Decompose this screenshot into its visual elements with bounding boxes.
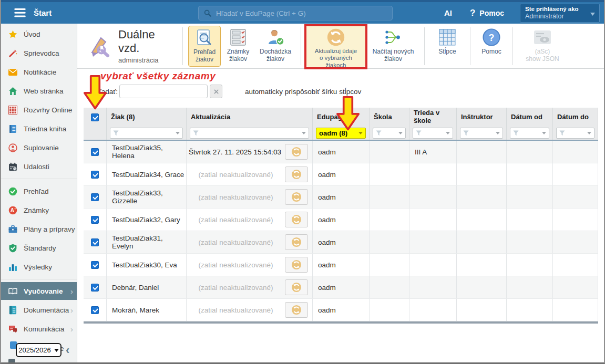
toolbar-button-načítaj-nových-žiakov[interactable]: Načítaj nových žiakov	[367, 26, 419, 67]
row-checkbox[interactable]	[91, 306, 99, 314]
sidebar-item-suplovanie[interactable]: Suplovanie	[1, 138, 77, 157]
school-year-select[interactable]: 2025/2026	[16, 343, 61, 357]
toolbar-button-pomoc[interactable]: ?Pomoc	[476, 26, 507, 67]
sidebar-item-výsledky[interactable]: Výsledky	[1, 257, 77, 276]
cell-ziak: TestDualZiak32, Gary	[107, 209, 187, 231]
sidebar-item-komunikácia[interactable]: Komunikácia›	[1, 319, 77, 338]
funnel-icon	[513, 130, 519, 136]
cell-instr	[457, 231, 507, 253]
account-menu[interactable]: Ste prihlásený ako Administrátor	[520, 4, 600, 23]
funnel-icon	[416, 130, 422, 136]
sidebar-item-štandardy[interactable]: Štandardy	[1, 238, 77, 257]
sidebar-item-prehľad[interactable]: Prehľad	[1, 182, 77, 201]
table-search-input[interactable]	[119, 85, 208, 98]
update-student-button[interactable]	[285, 189, 308, 205]
sidebar-item-vyučovanie[interactable]: Vyučovanie›	[1, 282, 77, 300]
row-checkbox[interactable]	[91, 148, 99, 156]
search-input[interactable]: Hľadať v EduPage (Ctrl + G)	[198, 6, 393, 20]
cell-value: Mokráň, Marek	[112, 306, 159, 314]
column-filter-trieda[interactable]	[413, 128, 453, 139]
row-checkbox[interactable]	[91, 261, 99, 269]
main-area: Duálne vzd. administrácia Prehľad žiakov…	[77, 24, 604, 362]
cell-edu: oadm	[313, 141, 370, 163]
sidebar-item-úvod[interactable]: Úvod	[1, 25, 77, 44]
update-cell: (zatial neaktualizované)	[187, 257, 312, 273]
update-status-text: (zatial neaktualizované)	[187, 261, 285, 269]
row-checkbox[interactable]	[91, 171, 99, 179]
sidebar-item-udalosti[interactable]: Udalosti	[1, 157, 77, 176]
update-student-button[interactable]	[285, 167, 308, 182]
cell-dod	[507, 299, 553, 321]
cell-skola	[370, 231, 409, 253]
chevron-right-icon: ›	[70, 306, 73, 315]
cell-value: TestDualZiak31, Evelyn	[112, 234, 186, 250]
module-toolbar: Duálne vzd. administrácia Prehľad žiakov…	[77, 24, 604, 69]
toolbar-button-dochádzka-žiakov[interactable]: Dochádzka žiakov	[255, 26, 295, 67]
column-header-ddo: Dátum do	[553, 108, 598, 127]
asc-json-icon	[534, 28, 551, 46]
table-bottom-scrollbar[interactable]	[84, 321, 598, 324]
filter-cell-sel	[84, 127, 107, 140]
column-filter-ddo[interactable]	[556, 128, 594, 139]
sidebar-collapse-button[interactable]: ‹	[66, 344, 69, 357]
toolbar-button-label: Známky žiakov	[227, 48, 250, 63]
column-filter-ziak[interactable]	[110, 128, 183, 139]
cell-value: TestDualZiak30, Eva	[112, 261, 177, 269]
sidebar-item-dokumentácia[interactable]: Dokumentácia›	[1, 300, 77, 319]
clear-search-button[interactable]	[210, 85, 222, 98]
sidebar-item-web-stránka[interactable]: Web stránka	[1, 81, 77, 100]
toolbar-button-label: (aSc) show JSON	[526, 48, 559, 63]
update-student-button[interactable]	[285, 279, 308, 295]
update-status-text: (zatial neaktualizované)	[187, 193, 285, 201]
row-checkbox[interactable]	[91, 284, 99, 292]
start-label[interactable]: Štart	[34, 8, 52, 17]
toolbar-button-známky-žiakov[interactable]: Známky žiakov	[223, 26, 253, 67]
update-student-button[interactable]	[285, 212, 308, 227]
help-button[interactable]: Pomoc	[479, 9, 504, 17]
column-filter-akt[interactable]	[190, 128, 309, 139]
sidebar-item-notifikácie[interactable]: Notifikácie	[1, 63, 77, 81]
sidebar-item-label: Výsledky	[24, 263, 52, 271]
row-checkbox[interactable]	[91, 216, 99, 224]
ai-button[interactable]: AI	[444, 8, 452, 17]
branch-icon	[384, 28, 402, 46]
update-student-button[interactable]	[285, 234, 308, 250]
cell-dod	[507, 209, 553, 231]
row-checkbox[interactable]	[91, 238, 99, 246]
column-filter-dod[interactable]	[510, 128, 549, 139]
cell-ziak: TestDualZiak35, Helena	[107, 141, 187, 163]
toolbar-separator	[512, 27, 513, 65]
column-filter-skola[interactable]	[373, 128, 406, 139]
toolbar-separator	[424, 27, 425, 65]
toolbar-button-aktualizuj-údaje-o-vybraných-žiakoch[interactable]: Aktualizuj údaje o vybraných žiakoch	[306, 26, 365, 67]
filter-cell-ziak	[107, 127, 187, 140]
update-student-button[interactable]	[285, 144, 308, 160]
column-filter-edu[interactable]: oadm (8)	[316, 128, 366, 139]
sidebar-divider	[1, 179, 77, 179]
cell-instr	[457, 186, 507, 208]
sidebar-item-triedna-kniha[interactable]: Triedna kniha	[1, 119, 77, 138]
cell-value: oadm	[318, 238, 336, 246]
cell-value: oadm	[318, 306, 336, 314]
cell-ddo	[553, 163, 598, 185]
sidebar-item-sprievodca[interactable]: Sprievodca	[1, 44, 77, 63]
table-row: TestDualZiak32, Gary(zatial neaktualizov…	[84, 209, 598, 231]
menu-icon[interactable]	[14, 8, 26, 17]
sidebar-item-label: Vyučovanie	[24, 287, 63, 295]
toolbar-button-stpce[interactable]: Stĺpce	[430, 26, 465, 67]
update-student-button[interactable]	[285, 302, 308, 318]
chat-icon	[8, 325, 17, 334]
sidebar-item-známky[interactable]: A+Známky	[1, 201, 77, 220]
cell-instr	[457, 163, 507, 185]
update-status-text: (zatial neaktualizované)	[187, 171, 285, 179]
select-caret-icon	[496, 132, 500, 134]
sidebar-item-plány-a-prípravy[interactable]: Plány a prípravy	[1, 220, 77, 238]
row-checkbox[interactable]	[91, 193, 99, 201]
column-filter-instr[interactable]	[460, 128, 503, 139]
toolbar-button-prehľad-žiakov[interactable]: Prehľad žiakov	[188, 26, 221, 67]
update-student-button[interactable]	[285, 257, 308, 273]
select-all-checkbox[interactable]	[91, 113, 99, 121]
sidebar: ÚvodSprievodcaNotifikácieWeb stránkaRozv…	[1, 24, 77, 362]
cell-skola	[370, 186, 409, 208]
sidebar-item-rozvrhy-online[interactable]: Rozvrhy Online	[1, 100, 77, 119]
